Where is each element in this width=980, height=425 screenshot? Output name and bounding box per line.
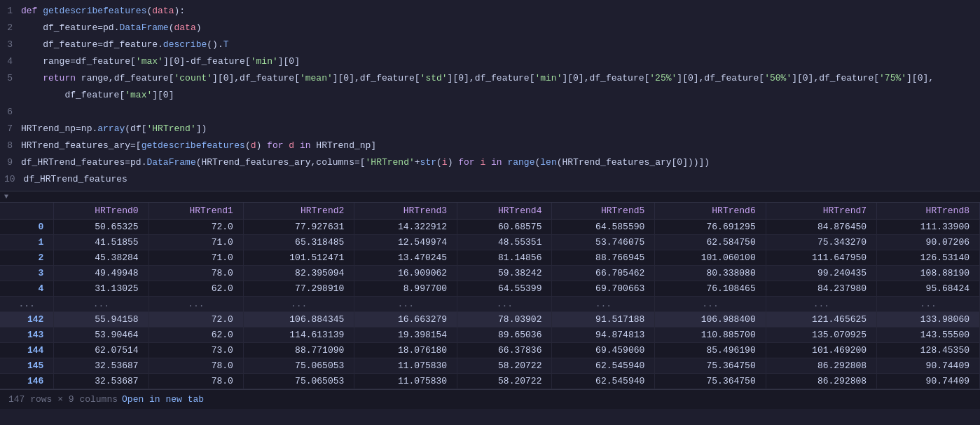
cell: ...: [766, 297, 876, 312]
cell: ...: [457, 297, 552, 312]
cell: 88.766945: [552, 250, 655, 266]
cell: 58.20722: [457, 358, 552, 374]
cell: 75.364750: [655, 358, 766, 374]
cell: 69.459060: [552, 343, 655, 358]
dataframe-table-wrapper: HRTrend0 HRTrend1 HRTrend2 HRTrend3 HRTr…: [0, 203, 980, 389]
cell: 41.51855: [54, 235, 149, 250]
table-row: 145 32.53687 78.0 75.065053 11.075830 58…: [0, 358, 980, 374]
cell: 101.060100: [655, 250, 766, 266]
code-content-2: df_feature=pd.DataFrame(data): [21, 20, 980, 36]
table-row-highlighted: 142 55.94158 72.0 106.884345 16.663279 7…: [0, 312, 980, 328]
cell: 90.07206: [877, 235, 980, 250]
code-line-9: 9 df_HRTrend_features=pd.DataFrame(HRTre…: [0, 154, 980, 171]
cell: 59.38242: [457, 266, 552, 281]
cell: 111.33900: [877, 220, 980, 235]
cell: 126.53140: [877, 250, 980, 266]
cell: 76.691295: [655, 220, 766, 235]
line-num-4: 4: [0, 54, 21, 69]
cell: 69.700663: [552, 281, 655, 297]
cell: 72.0: [149, 220, 243, 235]
code-area: 1 def getdescribefeatures(data): 2 df_fe…: [0, 0, 980, 191]
cell: 62.545940: [552, 358, 655, 374]
cell: 114.613139: [243, 328, 354, 343]
cell: 72.0: [149, 312, 243, 328]
cell: 73.0: [149, 343, 243, 358]
cell: 62.584750: [655, 235, 766, 250]
col-header-index: [0, 203, 54, 220]
col-header-5: HRTrend5: [552, 203, 655, 220]
cell: 75.343270: [766, 235, 876, 250]
line-num-5: 5: [0, 71, 21, 86]
cell: 32.53687: [54, 374, 149, 389]
cell: 106.884345: [243, 312, 354, 328]
code-line-10: 10 df_HRTrend_features: [0, 171, 980, 188]
open-in-new-tab-link[interactable]: Open in new tab: [122, 394, 204, 405]
cell: 11.075830: [354, 374, 457, 389]
row-index: 145: [0, 358, 54, 374]
cell: 110.885700: [655, 328, 766, 343]
code-line-5b: df_feature['max'][0]: [0, 87, 980, 104]
col-header-3: HRTrend3: [354, 203, 457, 220]
collapse-arrow-icon: ▼: [4, 193, 8, 201]
table-row: 144 62.07514 73.0 88.771090 18.076180 66…: [0, 343, 980, 358]
code-content-5: return range,df_feature['count'][0],df_f…: [21, 71, 980, 86]
row-index: 143: [0, 328, 54, 343]
cell: 80.338080: [655, 266, 766, 281]
cell: 78.0: [149, 374, 243, 389]
cell: 71.0: [149, 250, 243, 266]
cell: 86.292808: [766, 374, 876, 389]
cell: 89.65036: [457, 328, 552, 343]
col-header-0: HRTrend0: [54, 203, 149, 220]
cell: 121.465625: [766, 312, 876, 328]
cell: 45.38284: [54, 250, 149, 266]
code-line-6: 6: [0, 104, 980, 121]
row-index: 3: [0, 266, 54, 281]
code-content-6: [21, 104, 980, 120]
cell: 90.74409: [877, 358, 980, 374]
cell: 31.13025: [54, 281, 149, 297]
cell: 106.988400: [655, 312, 766, 328]
table-row-ellipsis: ... ... ... ... ... ... ... ... ... ...: [0, 297, 980, 312]
line-num-3: 3: [0, 37, 21, 53]
col-header-7: HRTrend7: [766, 203, 876, 220]
code-line-8: 8 HRTrend_features_ary=[getdescribefeatu…: [0, 137, 980, 154]
table-row: 4 31.13025 62.0 77.298910 8.997700 64.55…: [0, 281, 980, 297]
cell: 143.55500: [877, 328, 980, 343]
dataframe-footer: 147 rows × 9 columns Open in new tab: [0, 389, 980, 409]
cell: 95.68424: [877, 281, 980, 297]
code-content-8: HRTrend_features_ary=[getdescribefeature…: [21, 138, 980, 154]
cell: 62.545940: [552, 374, 655, 389]
cell: 101.512471: [243, 250, 354, 266]
cell: 90.74409: [877, 374, 980, 389]
cell: 101.469200: [766, 343, 876, 358]
cell: 62.0: [149, 328, 243, 343]
dataframe-output: ▼ HRTrend0 HRTrend1 HRTrend2 HRTrend3 HR…: [0, 191, 980, 409]
cell: 84.237980: [766, 281, 876, 297]
cell: 135.070925: [766, 328, 876, 343]
cell: 16.909062: [354, 266, 457, 281]
code-line-5: 5 return range,df_feature['count'][0],df…: [0, 70, 980, 87]
cell: 77.298910: [243, 281, 354, 297]
cell: 55.94158: [54, 312, 149, 328]
col-header-8: HRTrend8: [877, 203, 980, 220]
table-row: 3 49.49948 78.0 82.395094 16.909062 59.3…: [0, 266, 980, 281]
row-index: 0: [0, 220, 54, 235]
cell: 12.549974: [354, 235, 457, 250]
cell: 16.663279: [354, 312, 457, 328]
cell: 86.292808: [766, 358, 876, 374]
cell: ...: [552, 297, 655, 312]
cell: 78.0: [149, 266, 243, 281]
code-content-4: range=df_feature['max'][0]-df_feature['m…: [21, 54, 980, 69]
collapse-button[interactable]: ▼: [0, 191, 980, 203]
row-index: 146: [0, 374, 54, 389]
cell: 75.065053: [243, 358, 354, 374]
cell: 14.322912: [354, 220, 457, 235]
code-content-10: df_HRTrend_features: [24, 172, 980, 187]
code-line-1: 1 def getdescribefeatures(data):: [0, 3, 980, 20]
cell: 78.03902: [457, 312, 552, 328]
cell: ...: [655, 297, 766, 312]
cell: 58.20722: [457, 374, 552, 389]
cell: 53.90464: [54, 328, 149, 343]
col-header-4: HRTrend4: [457, 203, 552, 220]
dataframe-table: HRTrend0 HRTrend1 HRTrend2 HRTrend3 HRTr…: [0, 203, 980, 389]
